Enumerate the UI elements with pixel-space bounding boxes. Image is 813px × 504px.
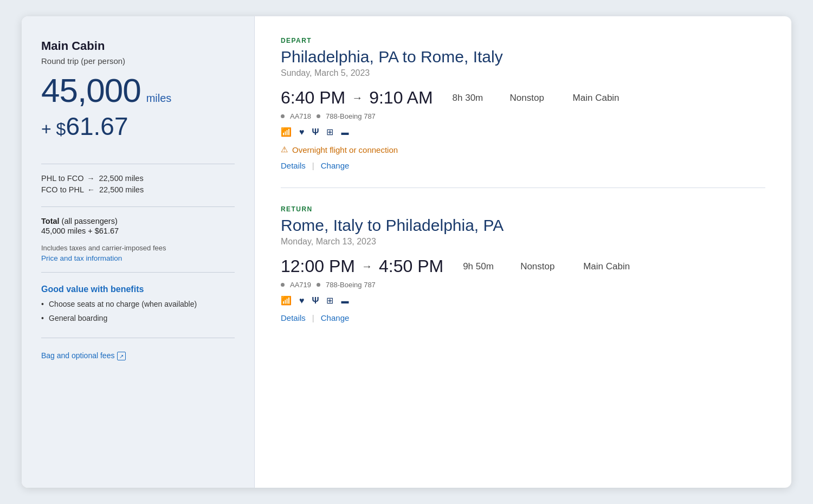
return-date: Monday, March 13, 2023	[281, 237, 765, 247]
route-phl-fco: PHL to FCO → 22,500 miles	[41, 174, 235, 183]
benefit-list: Choose seats at no charge (when availabl…	[41, 300, 235, 322]
cabin-title: Main Cabin	[41, 39, 235, 53]
return-duration: 9h 50m	[463, 261, 501, 272]
return-label: RETURN	[281, 205, 765, 213]
sidebar: Main Cabin Round trip (per person) 45,00…	[22, 16, 255, 488]
overnight-text: Overnight flight or connection	[292, 145, 398, 154]
depart-dot	[281, 114, 285, 118]
heart-icon	[299, 127, 305, 137]
route2-from: FCO to PHL	[41, 185, 84, 194]
return-separator: |	[312, 313, 314, 322]
total-bold: Total	[41, 217, 60, 225]
main-content: DEPART Philadelphia, PA to Rome, Italy S…	[255, 16, 791, 488]
return-details-link[interactable]: Details	[281, 313, 306, 322]
return-section: RETURN Rome, Italy to Philadelphia, PA M…	[281, 188, 765, 340]
cash-row: + $61.67	[41, 112, 235, 141]
depart-action-row: Details | Change	[281, 161, 765, 170]
return-change-link[interactable]: Change	[321, 313, 350, 322]
depart-details-link[interactable]: Details	[281, 161, 306, 170]
divider-1	[41, 164, 235, 164]
depart-date: Sunday, March 5, 2023	[281, 68, 765, 78]
return-times-row: 12:00 PM → 4:50 PM 9h 50m Nonstop Main C…	[281, 256, 765, 276]
total-value: 45,000 miles + $61.67	[41, 227, 235, 235]
depart-amenities	[281, 127, 765, 137]
return-heart-icon	[299, 296, 305, 306]
cash-amount: 61.67	[66, 112, 128, 140]
cash-prefix: + $	[41, 119, 66, 139]
depart-separator: |	[312, 161, 314, 170]
good-value-title: Good value with benefits	[41, 285, 235, 294]
depart-time-range: 6:40 PM → 9:10 AM	[281, 88, 433, 108]
total-section: Total (all passengers) 45,000 miles + $6…	[41, 217, 235, 235]
total-label: Total (all passengers)	[41, 217, 235, 225]
return-time-range: 12:00 PM → 4:50 PM	[281, 256, 443, 276]
depart-depart-time: 6:40 PM	[281, 88, 345, 108]
depart-dot2	[317, 114, 320, 118]
warning-triangle-icon: ⚠	[281, 145, 288, 154]
miles-label: miles	[146, 92, 172, 105]
total-rest: (all passengers)	[60, 217, 118, 225]
depart-cabin: Main Cabin	[573, 93, 620, 104]
route2-arrow: ←	[87, 185, 95, 194]
route-fco-phl: FCO to PHL ← 22,500 miles	[41, 185, 235, 194]
seat-icon	[326, 127, 333, 137]
return-flight-info: AA719 788-Boeing 787	[281, 281, 765, 289]
return-depart-time: 12:00 PM	[281, 256, 355, 276]
depart-flight-info: AA718 788-Boeing 787	[281, 112, 765, 120]
return-dot	[281, 283, 285, 287]
good-value-section: Good value with benefits Choose seats at…	[41, 285, 235, 328]
divider-4	[41, 338, 235, 338]
route1-from: PHL to FCO	[41, 174, 83, 183]
price-tax-link[interactable]: Price and tax information	[41, 254, 235, 262]
depart-arrow: →	[352, 92, 363, 104]
depart-times-row: 6:40 PM → 9:10 AM 8h 30m Nonstop Main Ca…	[281, 88, 765, 108]
depart-arrive-time: 9:10 AM	[369, 88, 433, 108]
return-seat-icon	[326, 295, 333, 306]
miles-row: 45,000 miles	[41, 71, 235, 109]
route1-arrow: →	[87, 174, 94, 183]
benefit-seats: Choose seats at no charge (when availabl…	[41, 300, 235, 308]
divider-3	[41, 272, 235, 273]
trip-type: Round trip (per person)	[41, 56, 235, 66]
return-wifi-icon	[281, 295, 292, 306]
taxes-note: Includes taxes and carrier-imposed fees	[41, 244, 235, 252]
return-cabin: Main Cabin	[583, 261, 630, 272]
return-route: Rome, Italy to Philadelphia, PA	[281, 216, 765, 235]
return-arrow: →	[362, 260, 372, 273]
return-dot2	[317, 283, 320, 287]
depart-section: DEPART Philadelphia, PA to Rome, Italy S…	[281, 37, 765, 188]
divider-2	[41, 206, 235, 207]
wifi-icon	[281, 127, 292, 137]
bag-fees-ext-icon	[117, 352, 126, 360]
return-nonstop: Nonstop	[520, 261, 564, 272]
overnight-warning: ⚠ Overnight flight or connection	[281, 145, 765, 154]
return-amenities	[281, 295, 765, 306]
return-usb-icon	[312, 296, 319, 306]
depart-label: DEPART	[281, 37, 765, 44]
flatbed-icon	[341, 127, 349, 137]
route2-miles: 22,500 miles	[99, 185, 144, 194]
depart-route: Philadelphia, PA to Rome, Italy	[281, 48, 765, 66]
benefit-boarding: General boarding	[41, 314, 235, 322]
return-aircraft: 788-Boeing 787	[326, 281, 376, 289]
return-flatbed-icon	[341, 296, 349, 306]
bag-fees-link[interactable]: Bag and optional fees	[41, 351, 235, 360]
depart-change-link[interactable]: Change	[321, 161, 350, 170]
return-action-row: Details | Change	[281, 313, 765, 322]
main-card: Main Cabin Round trip (per person) 45,00…	[22, 16, 791, 488]
depart-aircraft: 788-Boeing 787	[326, 112, 376, 120]
usb-icon	[312, 127, 319, 137]
miles-number: 45,000	[41, 71, 141, 109]
route1-miles: 22,500 miles	[99, 174, 143, 183]
depart-nonstop: Nonstop	[510, 93, 553, 104]
bag-fees-label: Bag and optional fees	[41, 351, 114, 360]
return-flight-number: AA719	[290, 281, 311, 289]
depart-duration: 8h 30m	[453, 93, 491, 104]
return-arrive-time: 4:50 PM	[379, 256, 443, 276]
depart-flight-number: AA718	[290, 112, 311, 120]
